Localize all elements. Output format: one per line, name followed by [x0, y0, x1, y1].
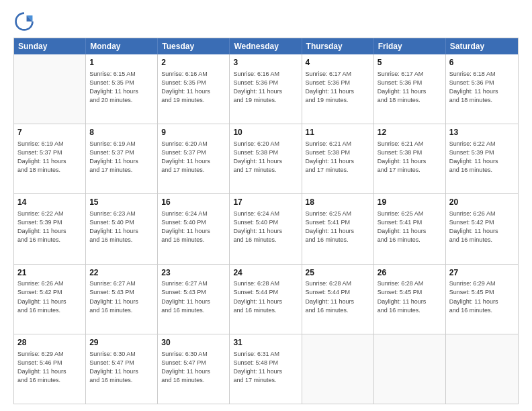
- day-cell-18: 18Sunrise: 6:25 AM Sunset: 5:41 PM Dayli…: [302, 194, 374, 263]
- day-number: 17: [233, 197, 298, 208]
- day-number: 8: [89, 127, 154, 138]
- day-number: 29: [89, 337, 154, 349]
- day-number: 26: [378, 267, 442, 279]
- calendar-row-3: 21Sunrise: 6:26 AM Sunset: 5:42 PM Dayli…: [14, 264, 518, 334]
- day-info: Sunrise: 6:24 AM Sunset: 5:40 PM Dayligh…: [233, 210, 298, 244]
- day-info: Sunrise: 6:27 AM Sunset: 5:43 PM Dayligh…: [161, 279, 226, 314]
- day-number: 18: [306, 197, 370, 208]
- day-number: 25: [306, 267, 370, 279]
- header-day-wednesday: Wednesday: [230, 38, 302, 54]
- day-number: 15: [89, 197, 154, 208]
- calendar-row-1: 7Sunrise: 6:19 AM Sunset: 5:37 PM Daylig…: [14, 124, 518, 193]
- header-day-sunday: Sunday: [14, 38, 86, 54]
- day-cell-28: 28Sunrise: 6:29 AM Sunset: 5:46 PM Dayli…: [14, 334, 86, 404]
- day-number: 1: [89, 57, 154, 68]
- day-info: Sunrise: 6:23 AM Sunset: 5:40 PM Dayligh…: [89, 210, 154, 244]
- day-info: Sunrise: 6:29 AM Sunset: 5:46 PM Dayligh…: [17, 350, 82, 385]
- calendar-row-4: 28Sunrise: 6:29 AM Sunset: 5:46 PM Dayli…: [14, 334, 518, 404]
- day-cell-1: 1Sunrise: 6:15 AM Sunset: 5:35 PM Daylig…: [86, 54, 158, 124]
- day-number: 23: [161, 267, 226, 279]
- day-cell-4: 4Sunrise: 6:17 AM Sunset: 5:36 PM Daylig…: [302, 54, 374, 124]
- day-cell-8: 8Sunrise: 6:19 AM Sunset: 5:37 PM Daylig…: [86, 124, 158, 193]
- day-cell-31: 31Sunrise: 6:31 AM Sunset: 5:48 PM Dayli…: [230, 334, 302, 404]
- day-cell-24: 24Sunrise: 6:28 AM Sunset: 5:44 PM Dayli…: [230, 265, 302, 334]
- day-info: Sunrise: 6:22 AM Sunset: 5:39 PM Dayligh…: [449, 140, 515, 175]
- calendar-row-2: 14Sunrise: 6:22 AM Sunset: 5:39 PM Dayli…: [14, 193, 518, 263]
- day-number: 12: [378, 127, 442, 138]
- header-day-thursday: Thursday: [302, 38, 374, 54]
- day-number: 14: [17, 197, 82, 208]
- day-number: 11: [306, 127, 370, 138]
- day-number: 31: [233, 337, 298, 349]
- day-cell-16: 16Sunrise: 6:24 AM Sunset: 5:40 PM Dayli…: [158, 194, 230, 263]
- day-info: Sunrise: 6:24 AM Sunset: 5:40 PM Dayligh…: [161, 210, 226, 244]
- logo-icon: [13, 11, 35, 32]
- day-number: 7: [17, 127, 82, 138]
- day-cell-11: 11Sunrise: 6:21 AM Sunset: 5:38 PM Dayli…: [302, 124, 374, 193]
- day-number: 5: [378, 57, 442, 68]
- day-number: 2: [161, 57, 226, 68]
- empty-cell-0-0: [14, 54, 86, 124]
- day-cell-12: 12Sunrise: 6:21 AM Sunset: 5:38 PM Dayli…: [374, 124, 446, 193]
- day-number: 20: [449, 197, 515, 208]
- day-info: Sunrise: 6:16 AM Sunset: 5:35 PM Dayligh…: [161, 70, 226, 105]
- day-info: Sunrise: 6:17 AM Sunset: 5:36 PM Dayligh…: [306, 70, 370, 105]
- empty-cell-4-6: [446, 334, 518, 404]
- day-info: Sunrise: 6:27 AM Sunset: 5:43 PM Dayligh…: [89, 279, 154, 314]
- day-cell-13: 13Sunrise: 6:22 AM Sunset: 5:39 PM Dayli…: [446, 124, 518, 193]
- day-cell-2: 2Sunrise: 6:16 AM Sunset: 5:35 PM Daylig…: [158, 54, 230, 124]
- day-number: 9: [161, 127, 226, 138]
- day-number: 28: [17, 337, 82, 349]
- day-info: Sunrise: 6:18 AM Sunset: 5:36 PM Dayligh…: [449, 70, 515, 105]
- day-info: Sunrise: 6:29 AM Sunset: 5:45 PM Dayligh…: [449, 279, 515, 314]
- header-day-saturday: Saturday: [446, 38, 518, 54]
- day-number: 21: [17, 267, 82, 279]
- day-cell-7: 7Sunrise: 6:19 AM Sunset: 5:37 PM Daylig…: [14, 124, 86, 193]
- day-info: Sunrise: 6:17 AM Sunset: 5:36 PM Dayligh…: [378, 70, 442, 105]
- day-info: Sunrise: 6:28 AM Sunset: 5:44 PM Dayligh…: [233, 279, 298, 314]
- logo: [13, 11, 38, 32]
- header-day-tuesday: Tuesday: [158, 38, 230, 54]
- calendar: SundayMondayTuesdayWednesdayThursdayFrid…: [13, 38, 519, 404]
- day-info: Sunrise: 6:15 AM Sunset: 5:35 PM Dayligh…: [89, 70, 154, 105]
- day-cell-21: 21Sunrise: 6:26 AM Sunset: 5:42 PM Dayli…: [14, 265, 86, 334]
- day-cell-9: 9Sunrise: 6:20 AM Sunset: 5:37 PM Daylig…: [158, 124, 230, 193]
- day-number: 30: [161, 337, 226, 349]
- day-info: Sunrise: 6:20 AM Sunset: 5:37 PM Dayligh…: [161, 140, 226, 175]
- day-number: 16: [161, 197, 226, 208]
- page: SundayMondayTuesdayWednesdayThursdayFrid…: [0, 0, 532, 411]
- day-cell-29: 29Sunrise: 6:30 AM Sunset: 5:47 PM Dayli…: [86, 334, 158, 404]
- day-cell-27: 27Sunrise: 6:29 AM Sunset: 5:45 PM Dayli…: [446, 265, 518, 334]
- day-number: 6: [449, 57, 515, 68]
- day-cell-25: 25Sunrise: 6:28 AM Sunset: 5:44 PM Dayli…: [302, 265, 374, 334]
- day-info: Sunrise: 6:28 AM Sunset: 5:44 PM Dayligh…: [306, 279, 370, 314]
- day-number: 10: [233, 127, 298, 138]
- day-cell-15: 15Sunrise: 6:23 AM Sunset: 5:40 PM Dayli…: [86, 194, 158, 263]
- day-info: Sunrise: 6:31 AM Sunset: 5:48 PM Dayligh…: [233, 350, 298, 385]
- day-number: 19: [378, 197, 442, 208]
- day-number: 3: [233, 57, 298, 68]
- day-info: Sunrise: 6:26 AM Sunset: 5:42 PM Dayligh…: [449, 210, 515, 244]
- day-cell-23: 23Sunrise: 6:27 AM Sunset: 5:43 PM Dayli…: [158, 265, 230, 334]
- day-cell-3: 3Sunrise: 6:16 AM Sunset: 5:36 PM Daylig…: [230, 54, 302, 124]
- day-info: Sunrise: 6:25 AM Sunset: 5:41 PM Dayligh…: [378, 210, 442, 244]
- day-info: Sunrise: 6:28 AM Sunset: 5:45 PM Dayligh…: [378, 279, 442, 314]
- day-info: Sunrise: 6:26 AM Sunset: 5:42 PM Dayligh…: [17, 279, 82, 314]
- header-day-friday: Friday: [374, 38, 446, 54]
- day-cell-19: 19Sunrise: 6:25 AM Sunset: 5:41 PM Dayli…: [374, 194, 446, 263]
- day-info: Sunrise: 6:21 AM Sunset: 5:38 PM Dayligh…: [378, 140, 442, 175]
- day-cell-30: 30Sunrise: 6:30 AM Sunset: 5:47 PM Dayli…: [158, 334, 230, 404]
- day-cell-14: 14Sunrise: 6:22 AM Sunset: 5:39 PM Dayli…: [14, 194, 86, 263]
- day-info: Sunrise: 6:16 AM Sunset: 5:36 PM Dayligh…: [233, 70, 298, 105]
- day-number: 27: [449, 267, 515, 279]
- header: [13, 11, 519, 32]
- day-cell-20: 20Sunrise: 6:26 AM Sunset: 5:42 PM Dayli…: [446, 194, 518, 263]
- day-info: Sunrise: 6:30 AM Sunset: 5:47 PM Dayligh…: [89, 350, 154, 385]
- calendar-body: 1Sunrise: 6:15 AM Sunset: 5:35 PM Daylig…: [14, 54, 518, 404]
- day-number: 4: [306, 57, 370, 68]
- day-info: Sunrise: 6:19 AM Sunset: 5:37 PM Dayligh…: [89, 140, 154, 175]
- day-info: Sunrise: 6:21 AM Sunset: 5:38 PM Dayligh…: [306, 140, 370, 175]
- day-info: Sunrise: 6:20 AM Sunset: 5:38 PM Dayligh…: [233, 140, 298, 175]
- empty-cell-4-4: [302, 334, 374, 404]
- day-info: Sunrise: 6:25 AM Sunset: 5:41 PM Dayligh…: [306, 210, 370, 244]
